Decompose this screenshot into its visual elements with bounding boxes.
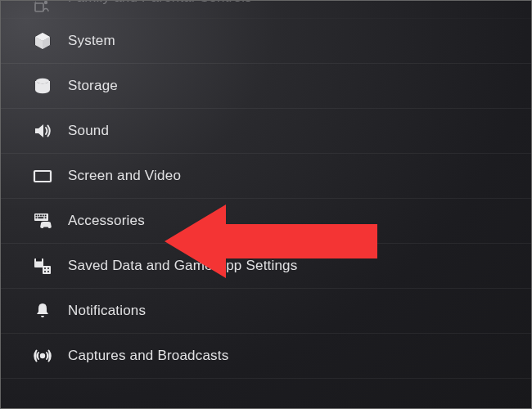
svg-point-18 [44, 267, 46, 269]
speaker-icon [32, 120, 53, 142]
screen-icon [32, 165, 53, 187]
menu-item-label: Screen and Video [68, 168, 181, 184]
family-icon: + [32, 1, 53, 19]
svg-rect-12 [36, 217, 38, 218]
settings-menu: + Family and Parental Controls System St… [1, 1, 531, 379]
menu-item-system[interactable]: System [1, 19, 531, 64]
svg-rect-10 [43, 215, 44, 217]
menu-item-notifications[interactable]: Notifications [1, 289, 531, 334]
accessories-icon [32, 210, 53, 231]
menu-item-label: Sound [68, 123, 109, 139]
menu-item-saved-data[interactable]: Saved Data and Game/App Settings [1, 244, 531, 289]
saved-data-icon [32, 255, 53, 276]
storage-icon [32, 75, 53, 97]
svg-rect-13 [38, 217, 43, 218]
menu-item-label: Accessories [68, 213, 145, 229]
menu-item-storage[interactable]: Storage [1, 64, 531, 109]
cube-icon [32, 30, 53, 52]
menu-item-label: Saved Data and Game/App Settings [68, 258, 297, 274]
svg-rect-9 [40, 215, 42, 217]
bell-icon [32, 300, 53, 321]
svg-point-21 [47, 271, 49, 272]
svg-point-22 [41, 354, 44, 357]
svg-point-20 [44, 271, 46, 272]
svg-rect-16 [36, 258, 42, 262]
menu-item-captures[interactable]: Captures and Broadcasts [1, 334, 531, 379]
menu-item-label: Notifications [68, 303, 146, 319]
menu-item-sound[interactable]: Sound [1, 109, 531, 154]
menu-item-family[interactable]: + Family and Parental Controls [1, 1, 531, 19]
menu-item-accessories[interactable]: Accessories [1, 199, 531, 244]
svg-rect-8 [38, 215, 39, 217]
broadcast-icon [32, 345, 53, 366]
svg-rect-5 [34, 171, 51, 182]
menu-item-screen-video[interactable]: Screen and Video [1, 154, 531, 199]
menu-item-label: System [68, 33, 115, 49]
svg-rect-11 [45, 215, 47, 217]
svg-point-19 [47, 267, 49, 269]
svg-rect-7 [36, 215, 38, 217]
svg-point-2 [44, 1, 47, 4]
svg-text:+: + [34, 1, 38, 7]
menu-item-label: Captures and Broadcasts [68, 348, 228, 364]
svg-rect-17 [43, 266, 51, 274]
menu-item-label: Family and Parental Controls [68, 1, 252, 6]
svg-rect-14 [45, 217, 47, 218]
menu-item-label: Storage [68, 78, 118, 94]
